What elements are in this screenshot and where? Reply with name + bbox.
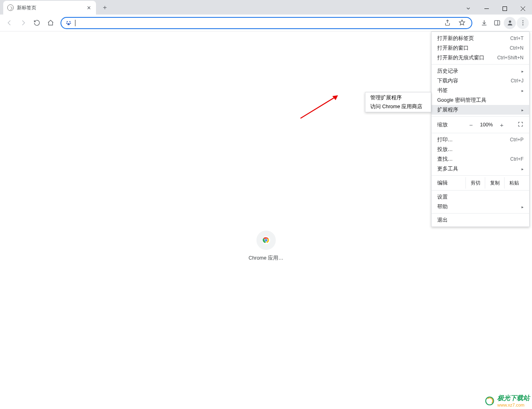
address-bar[interactable] <box>61 17 472 29</box>
zoom-out-button[interactable]: − <box>465 122 477 128</box>
svg-point-8 <box>522 20 524 21</box>
download-icon[interactable] <box>478 17 490 29</box>
profile-avatar-icon[interactable] <box>504 17 516 29</box>
menu-separator <box>432 116 529 117</box>
menu-history[interactable]: 历史记录 <box>432 66 529 76</box>
menu-new-window[interactable]: 打开新的窗口Ctrl+N <box>432 43 529 53</box>
svg-rect-6 <box>494 21 500 25</box>
copy-button[interactable]: 复制 <box>485 177 504 189</box>
window-controls <box>461 2 532 15</box>
submenu-chrome-web-store[interactable]: 访问 Chrome 应用商店 <box>365 102 431 111</box>
back-button <box>3 17 15 29</box>
zoom-in-button[interactable]: + <box>496 122 507 128</box>
menu-incognito[interactable]: 打开新的无痕式窗口Ctrl+Shift+N <box>432 53 529 63</box>
zoom-label: 缩放 <box>437 122 465 128</box>
menu-zoom-row: 缩放 − 100% + <box>432 118 529 131</box>
svg-point-5 <box>67 23 70 25</box>
svg-point-10 <box>522 24 524 25</box>
menu-separator <box>432 175 529 176</box>
menu-edit-row: 编辑 剪切 复制 粘贴 <box>432 177 529 189</box>
globe-icon <box>7 4 14 11</box>
browser-tab[interactable]: 新标签页 ✕ <box>3 1 96 15</box>
watermark: 极光下载站 www.xz7.com <box>484 394 530 407</box>
menu-cast[interactable]: 投放… <box>432 145 529 154</box>
menu-separator <box>432 213 529 214</box>
close-tab-icon[interactable]: ✕ <box>86 4 92 11</box>
fullscreen-icon[interactable] <box>517 121 524 128</box>
chrome-logo-icon <box>262 236 271 245</box>
text-caret <box>75 20 75 26</box>
watermark-logo-icon <box>484 396 495 406</box>
new-tab-button[interactable]: + <box>99 2 111 13</box>
menu-extensions[interactable]: 扩展程序 <box>432 105 529 115</box>
annotation-arrow <box>298 92 343 120</box>
share-icon[interactable] <box>442 17 453 29</box>
menu-print[interactable]: 打印…Ctrl+P <box>432 135 529 145</box>
chevron-down-icon[interactable] <box>461 2 475 15</box>
svg-point-9 <box>522 22 524 23</box>
maximize-button[interactable] <box>496 2 514 15</box>
watermark-title: 极光下载站 <box>497 394 530 403</box>
svg-point-3 <box>66 23 67 24</box>
menu-separator <box>432 64 529 65</box>
main-menu: 打开新的标签页Ctrl+T 打开新的窗口Ctrl+N 打开新的无痕式窗口Ctrl… <box>431 31 530 227</box>
watermark-url: www.xz7.com <box>497 403 530 407</box>
cut-button[interactable]: 剪切 <box>465 177 485 189</box>
bookmark-star-icon[interactable] <box>456 17 467 29</box>
titlebar: 新标签页 ✕ + <box>0 0 532 15</box>
menu-passwords[interactable]: Google 密码管理工具 <box>432 95 529 105</box>
menu-new-tab[interactable]: 打开新的标签页Ctrl+T <box>432 34 529 43</box>
submenu-manage-extensions[interactable]: 管理扩展程序 <box>365 93 431 102</box>
tab-title: 新标签页 <box>17 4 86 11</box>
menu-more-tools[interactable]: 更多工具 <box>432 164 529 174</box>
chrome-apps-shortcut[interactable]: Chrome 应用… <box>248 231 283 262</box>
svg-point-4 <box>70 23 71 24</box>
paste-button[interactable]: 粘贴 <box>504 177 524 189</box>
svg-point-1 <box>67 21 68 22</box>
reload-button[interactable] <box>31 17 43 29</box>
search-engine-icon <box>65 20 72 26</box>
svg-rect-0 <box>503 6 507 10</box>
kebab-menu-button[interactable] <box>517 17 529 29</box>
svg-point-7 <box>509 21 511 23</box>
close-window-button[interactable] <box>514 2 532 15</box>
menu-exit[interactable]: 退出 <box>432 215 529 225</box>
menu-bookmarks[interactable]: 书签 <box>432 86 529 95</box>
shortcut-circle <box>257 231 276 250</box>
shortcut-label: Chrome 应用… <box>248 255 283 262</box>
svg-point-2 <box>69 21 71 22</box>
sidepanel-icon[interactable] <box>491 17 503 29</box>
forward-button <box>17 17 29 29</box>
edit-label: 编辑 <box>437 180 465 187</box>
extensions-submenu: 管理扩展程序 访问 Chrome 应用商店 <box>365 92 431 112</box>
menu-separator <box>432 190 529 191</box>
menu-help[interactable]: 帮助 <box>432 202 529 212</box>
zoom-value: 100% <box>477 122 496 128</box>
menu-separator <box>432 133 529 133</box>
menu-find[interactable]: 查找…Ctrl+F <box>432 154 529 164</box>
home-button[interactable] <box>44 17 56 29</box>
menu-downloads[interactable]: 下载内容Ctrl+J <box>432 76 529 86</box>
url-input[interactable] <box>79 20 438 26</box>
menu-settings[interactable]: 设置 <box>432 192 529 202</box>
minimize-button[interactable] <box>478 2 496 15</box>
toolbar <box>0 15 532 31</box>
